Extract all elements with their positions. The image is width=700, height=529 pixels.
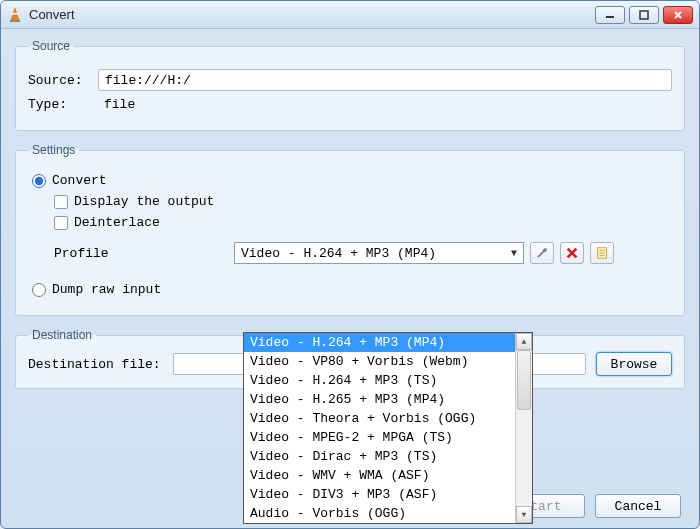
minimize-button[interactable] — [595, 6, 625, 24]
dump-raw-radio[interactable]: Dump raw input — [32, 282, 672, 297]
chevron-down-icon: ▼ — [511, 248, 517, 259]
x-icon — [565, 246, 579, 260]
profile-option[interactable]: Video - WMV + WMA (ASF) — [244, 466, 515, 485]
destination-file-label: Destination file: — [28, 357, 173, 372]
convert-window: Convert Source Source: Type: file Settin… — [0, 0, 700, 529]
settings-group: Settings Convert Display the output Dein… — [15, 143, 685, 316]
display-output-label: Display the output — [74, 194, 214, 209]
profile-option[interactable]: Video - Dirac + MP3 (TS) — [244, 447, 515, 466]
profile-option[interactable]: Video - H.264 + MP3 (TS) — [244, 371, 515, 390]
browse-button[interactable]: Browse — [596, 352, 672, 376]
source-input[interactable] — [98, 69, 672, 91]
type-label: Type: — [28, 97, 98, 112]
profile-option[interactable]: Video - H.265 + MP3 (MP4) — [244, 390, 515, 409]
source-group: Source Source: Type: file — [15, 39, 685, 131]
scroll-track[interactable] — [516, 350, 532, 506]
profile-option[interactable]: Video - DIV3 + MP3 (ASF) — [244, 485, 515, 504]
destination-legend: Destination — [28, 328, 96, 342]
checkbox-box[interactable] — [54, 195, 68, 209]
profile-option[interactable]: Video - MPEG-2 + MPGA (TS) — [244, 428, 515, 447]
edit-profile-button[interactable] — [530, 242, 554, 264]
dump-raw-label: Dump raw input — [52, 282, 161, 297]
dump-raw-radio-input[interactable] — [32, 283, 46, 297]
cancel-button[interactable]: Cancel — [595, 494, 681, 518]
app-icon — [7, 7, 23, 23]
close-button[interactable] — [663, 6, 693, 24]
maximize-button[interactable] — [629, 6, 659, 24]
svg-rect-3 — [606, 16, 614, 18]
deinterlace-label: Deinterlace — [74, 215, 160, 230]
new-profile-button[interactable] — [590, 242, 614, 264]
convert-radio-label: Convert — [52, 173, 107, 188]
document-icon — [595, 246, 609, 260]
convert-radio-input[interactable] — [32, 174, 46, 188]
window-title: Convert — [29, 7, 75, 22]
convert-radio[interactable]: Convert — [32, 173, 672, 188]
checkbox-box[interactable] — [54, 216, 68, 230]
profile-selected-value: Video - H.264 + MP3 (MP4) — [241, 246, 436, 261]
profile-dropdown: Video - H.264 + MP3 (MP4)Video - VP80 + … — [243, 332, 533, 524]
svg-rect-2 — [10, 20, 20, 22]
titlebar[interactable]: Convert — [1, 1, 699, 29]
scroll-down-button[interactable]: ▼ — [516, 506, 532, 523]
svg-rect-1 — [12, 13, 18, 15]
scroll-thumb[interactable] — [517, 350, 531, 410]
svg-rect-4 — [640, 11, 648, 19]
delete-profile-button[interactable] — [560, 242, 584, 264]
profile-select[interactable]: Video - H.264 + MP3 (MP4) ▼ — [234, 242, 524, 264]
profile-option[interactable]: Video - VP80 + Vorbis (Webm) — [244, 352, 515, 371]
profile-option[interactable]: Video - Theora + Vorbis (OGG) — [244, 409, 515, 428]
profile-option[interactable]: Audio - Vorbis (OGG) — [244, 504, 515, 523]
profile-option[interactable]: Video - H.264 + MP3 (MP4) — [244, 333, 515, 352]
deinterlace-checkbox[interactable]: Deinterlace — [54, 215, 672, 230]
display-output-checkbox[interactable]: Display the output — [54, 194, 672, 209]
profile-label: Profile — [54, 246, 234, 261]
wrench-icon — [535, 246, 549, 260]
settings-legend: Settings — [28, 143, 79, 157]
source-label: Source: — [28, 73, 98, 88]
source-legend: Source — [28, 39, 74, 53]
scroll-up-button[interactable]: ▲ — [516, 333, 532, 350]
scrollbar[interactable]: ▲ ▼ — [515, 333, 532, 523]
type-value: file — [98, 97, 135, 112]
